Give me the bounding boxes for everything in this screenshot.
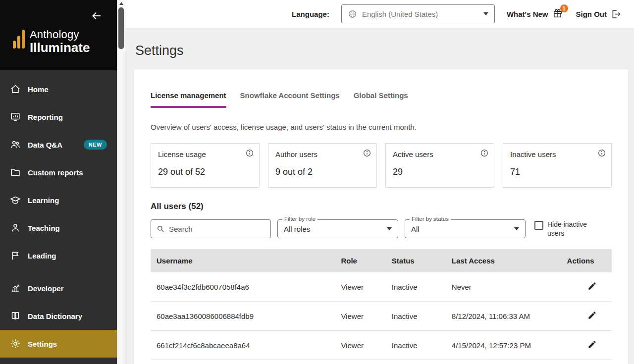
chevron-down-icon — [483, 12, 488, 15]
data-qa-icon — [10, 139, 21, 150]
chevron-down-icon — [387, 227, 392, 230]
sidebar-item-data-qa[interactable]: Data Q&A NEW — [0, 131, 117, 158]
info-icon[interactable] — [245, 149, 254, 157]
new-badge: NEW — [84, 140, 107, 150]
stat-label: Active users — [393, 150, 487, 158]
tab-global-settings[interactable]: Global Settings — [354, 91, 408, 108]
info-icon[interactable] — [480, 149, 489, 157]
whats-new-link[interactable]: What's New 1 — [507, 8, 564, 20]
sidebar-item-home[interactable]: Home — [0, 75, 117, 103]
brand-line1: Anthology — [30, 29, 90, 41]
sidebar-item-custom-reports[interactable]: Custom reports — [0, 158, 117, 186]
sign-out-icon — [611, 9, 621, 19]
hide-inactive-users-checkbox-wrap[interactable]: Hide inactive users — [534, 220, 595, 238]
sidebar-item-leading[interactable]: Leading — [0, 242, 117, 269]
cell-status: Inactive — [386, 272, 446, 302]
gift-icon: 1 — [552, 8, 564, 20]
brand-line2: Illuminate — [30, 41, 90, 55]
whats-new-count-badge: 1 — [560, 4, 568, 12]
chevron-down-icon — [514, 227, 519, 230]
flag-icon — [10, 250, 21, 261]
cell-last-access: Never — [446, 272, 561, 302]
stat-card-author-users: Author users 9 out of 2 — [268, 143, 377, 188]
sidebar-item-developer[interactable]: Developer — [0, 274, 117, 302]
filter-status-value: All — [411, 225, 420, 233]
edit-user-button[interactable] — [587, 311, 597, 321]
table-row: 60ae34f3c2fdb6007058f4a6 Viewer Inactive… — [151, 272, 612, 302]
edit-user-button[interactable] — [587, 340, 597, 351]
brand-text: Anthology Illuminate — [30, 29, 90, 55]
stat-cards: License usage 29 out of 52 Author users … — [151, 143, 612, 188]
sidebar-nav: Home Reporting Data Q&A NEW Custom repor… — [0, 70, 117, 358]
all-users-heading: All users (52) — [151, 202, 612, 211]
globe-icon — [348, 9, 357, 19]
language-select[interactable]: English (United States) — [341, 4, 495, 23]
vertical-scrollbar[interactable] — [117, 0, 125, 364]
search-box — [151, 219, 271, 238]
filter-role-value: All roles — [284, 225, 310, 233]
back-arrow-button[interactable] — [89, 9, 104, 24]
book-icon — [10, 311, 21, 321]
tab-snowflake-account-settings[interactable]: Snowflake Account Settings — [240, 91, 340, 108]
sidebar-item-learning[interactable]: Learning — [0, 186, 117, 214]
sidebar-item-label: Reporting — [28, 113, 63, 121]
main-area: Language: English (United States) What's… — [125, 0, 634, 364]
sidebar-item-label: Teaching — [28, 224, 60, 232]
table-row: 60ae3aa1360086006884fdb9 Viewer Inactive… — [151, 302, 612, 331]
home-icon — [10, 84, 21, 95]
info-icon[interactable] — [363, 149, 371, 157]
sidebar-item-label: Leading — [28, 252, 56, 260]
tab-license-management[interactable]: License management — [151, 91, 226, 108]
hide-inactive-checkbox[interactable] — [534, 221, 543, 230]
filter-by-role-select[interactable]: Filter by role All roles — [277, 219, 398, 238]
stat-card-active-users: Active users 29 — [385, 143, 494, 188]
developer-chart-icon — [10, 283, 21, 294]
sidebar-item-teaching[interactable]: Teaching — [0, 214, 117, 242]
sidebar-header: Anthology Illuminate — [0, 0, 117, 70]
filter-row: Filter by role All roles Filter by statu… — [151, 219, 612, 238]
filter-by-status-select[interactable]: Filter by status All — [405, 219, 526, 238]
cell-username: 661cf214cf6c8abcaeea8a64 — [151, 331, 335, 360]
filter-status-legend: Filter by status — [410, 216, 451, 222]
pencil-icon — [587, 311, 597, 320]
search-icon — [156, 224, 165, 233]
column-header-role: Role — [335, 249, 385, 272]
settings-card: License management Snowflake Account Set… — [134, 69, 628, 364]
cell-role: Viewer — [335, 272, 385, 302]
filter-role-legend: Filter by role — [282, 216, 317, 222]
stat-label: Inactive users — [510, 150, 604, 158]
page-content: Settings License management Snowflake Ac… — [125, 28, 634, 364]
sign-out-button[interactable]: Sign Out — [576, 9, 622, 19]
sidebar-item-data-dictionary[interactable]: Data Dictionary — [0, 302, 117, 330]
scrollbar-up-arrow[interactable] — [119, 2, 123, 5]
sidebar-item-settings[interactable]: Settings — [0, 330, 117, 358]
overview-text: Overview of users' access, license usage… — [151, 123, 612, 131]
cell-status: Inactive — [386, 331, 446, 360]
stat-card-inactive-users: Inactive users 71 — [503, 143, 612, 188]
reporting-icon — [10, 111, 21, 122]
cell-role: Viewer — [335, 331, 385, 360]
teaching-icon — [10, 222, 21, 233]
users-table: Username Role Status Last Access Actions… — [151, 249, 612, 360]
sidebar-item-label: Home — [28, 85, 49, 94]
cell-last-access: 8/12/2024, 11:06:33 AM — [446, 302, 561, 331]
folder-icon — [10, 167, 21, 178]
cell-last-access: 4/15/2024, 12:57:23 PM — [446, 331, 561, 360]
search-input[interactable] — [169, 225, 265, 233]
stat-value: 71 — [510, 167, 604, 177]
gear-icon — [10, 338, 21, 349]
sidebar-item-reporting[interactable]: Reporting — [0, 103, 117, 131]
edit-user-button[interactable] — [587, 281, 597, 292]
anthology-logo-icon — [13, 29, 25, 49]
stat-label: License usage — [158, 150, 252, 158]
column-header-status: Status — [386, 249, 446, 272]
scrollbar-thumb[interactable] — [118, 7, 124, 49]
brand-logo: Anthology Illuminate — [13, 29, 117, 55]
column-header-last-access: Last Access — [446, 249, 561, 272]
sidebar-item-label: Settings — [28, 340, 57, 348]
page-title: Settings — [135, 43, 628, 58]
language-value: English (United States) — [362, 10, 478, 18]
table-header-row: Username Role Status Last Access Actions — [151, 249, 612, 272]
sidebar-item-label: Developer — [28, 284, 64, 293]
info-icon[interactable] — [597, 149, 606, 157]
